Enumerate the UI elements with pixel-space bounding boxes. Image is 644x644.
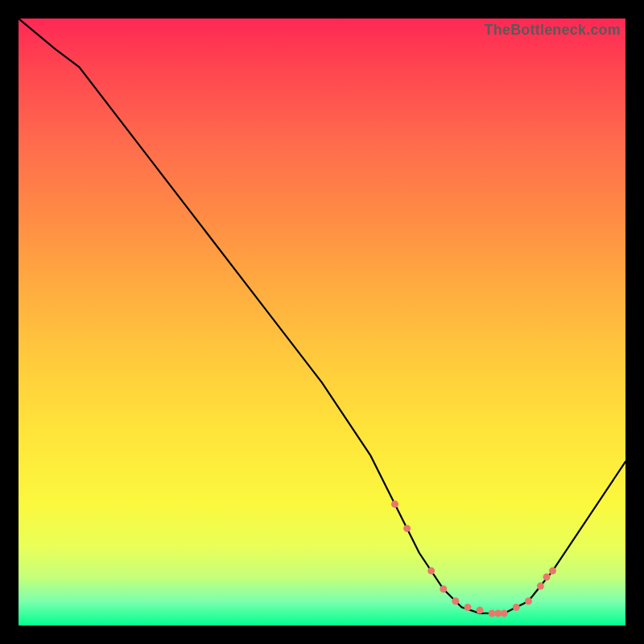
watermark-text: TheBottleneck.com <box>485 22 621 39</box>
data-marker <box>464 604 472 611</box>
data-markers <box>391 501 556 617</box>
data-marker <box>525 597 532 605</box>
data-marker <box>543 573 551 580</box>
data-marker <box>513 604 520 611</box>
data-marker <box>537 583 544 590</box>
bottleneck-curve <box>19 19 625 613</box>
data-marker <box>403 525 411 532</box>
data-marker <box>391 501 398 508</box>
plot-area: TheBottleneck.com <box>19 19 625 625</box>
chart-svg <box>19 19 625 625</box>
data-marker <box>494 609 502 617</box>
data-marker <box>549 568 556 575</box>
data-marker <box>501 609 508 617</box>
data-marker <box>440 585 447 592</box>
data-marker <box>477 607 484 614</box>
data-marker <box>452 597 459 605</box>
data-marker <box>427 568 435 575</box>
data-marker <box>489 609 496 617</box>
